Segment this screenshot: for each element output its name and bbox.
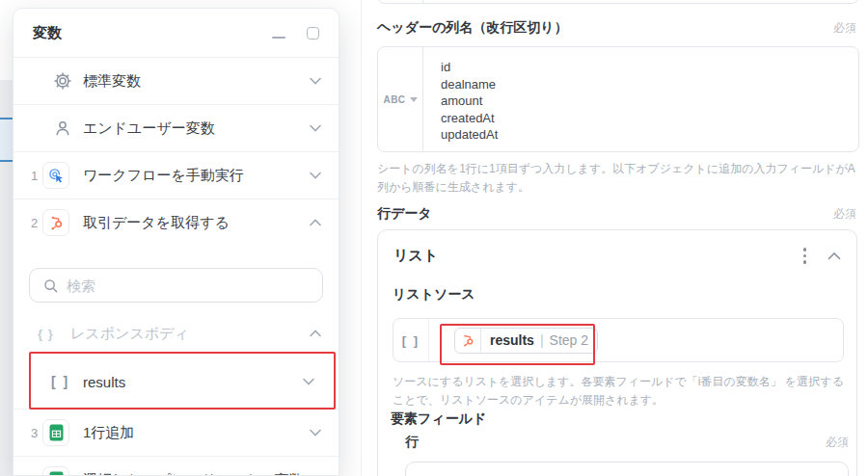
step-label: ワークフローを手動実行 bbox=[83, 167, 244, 185]
chevron-down-icon[interactable] bbox=[310, 77, 321, 85]
field-label-header-columns: ヘッダーの列名（改行区切り） bbox=[377, 19, 568, 37]
step-label: 取引データを取得する bbox=[83, 214, 230, 232]
step-number: 3 bbox=[31, 426, 42, 440]
variables-panel-header: 変数 bbox=[14, 9, 339, 57]
step-number: 1 bbox=[31, 169, 42, 183]
search-input[interactable] bbox=[67, 278, 309, 294]
header-columns-value[interactable]: id dealname amount createdAt updatedAt bbox=[423, 47, 507, 151]
step-2-get-deals[interactable]: 2 取引データを取得する bbox=[14, 199, 339, 246]
tree-item-label: results bbox=[83, 374, 125, 390]
inspector-panel: ヘッダーの列名（改行区切り） 必須 ABC id dealname amount… bbox=[361, 0, 868, 476]
array-token-icon: [ ] bbox=[393, 319, 429, 361]
tree-item-label: レスポンスボディ bbox=[70, 325, 189, 343]
list-source-label: リストソース bbox=[393, 286, 475, 304]
row-value-input[interactable] bbox=[405, 462, 849, 476]
list-source-field[interactable]: [ ] results | Step 2 bbox=[393, 318, 844, 362]
gear-icon bbox=[54, 72, 71, 90]
chip-step-reference: Step 2 bbox=[550, 332, 588, 348]
manual-trigger-icon bbox=[42, 162, 69, 189]
variable-search[interactable] bbox=[29, 268, 323, 303]
hubspot-icon bbox=[455, 329, 481, 353]
sheets-icon bbox=[42, 466, 69, 476]
row-field-label: 行 bbox=[405, 434, 419, 451]
step-1-manual-trigger[interactable]: 1 ワークフローを手動実行 bbox=[14, 152, 339, 198]
search-icon bbox=[43, 278, 58, 293]
caret-down-icon bbox=[410, 97, 418, 102]
required-badge: 必須 bbox=[833, 20, 856, 37]
element-fields-label: 要素フィールド bbox=[391, 410, 486, 428]
step-number: 2 bbox=[31, 216, 42, 230]
app-window: 変数 標準変数 bbox=[0, 0, 868, 476]
list-card: リスト リストソース [ ] bbox=[377, 229, 857, 476]
type-abc-label: ABC bbox=[383, 94, 405, 105]
hubspot-icon bbox=[42, 209, 69, 236]
group-label: エンドユーザー変数 bbox=[83, 119, 215, 138]
chevron-down-icon[interactable] bbox=[310, 429, 321, 436]
required-badge: 必須 bbox=[826, 435, 849, 451]
step-label: 1行追加 bbox=[83, 424, 134, 442]
step-clipped-row[interactable]: 選択したスプレッドシートの変数 bbox=[14, 457, 339, 476]
chevron-down-icon[interactable] bbox=[310, 124, 321, 132]
chevron-down-icon[interactable] bbox=[303, 378, 314, 385]
group-enduser-variables[interactable]: エンドユーザー変数 bbox=[14, 105, 339, 151]
group-label: 標準変数 bbox=[83, 72, 141, 91]
required-badge: 必須 bbox=[833, 206, 856, 223]
panel-title: 変数 bbox=[33, 24, 62, 42]
chip-separator: | bbox=[540, 332, 544, 348]
chevron-up-icon[interactable] bbox=[310, 330, 321, 337]
tree-item-response-body[interactable]: { } レスポンスボディ bbox=[14, 312, 339, 355]
step-label: 選択したスプレッドシートの変数 bbox=[83, 471, 304, 476]
field-type-prefix bbox=[378, 0, 423, 3]
tree-item-results[interactable]: [ ] results bbox=[14, 355, 339, 409]
sheets-icon bbox=[42, 419, 69, 446]
list-source-help-text: ソースにするリストを選択します。各要素フィールドで「i番目の変数名」 を選択する… bbox=[393, 373, 848, 410]
group-standard-variables[interactable]: 標準変数 bbox=[14, 58, 339, 104]
variables-panel: 変数 標準変数 bbox=[13, 8, 339, 476]
field-type-selector[interactable]: ABC bbox=[378, 47, 423, 151]
clipped-field-above bbox=[377, 0, 859, 4]
minimize-icon[interactable] bbox=[272, 37, 285, 39]
header-columns-textarea[interactable]: ABC id dealname amount createdAt updated… bbox=[377, 46, 859, 152]
kebab-menu-icon[interactable] bbox=[803, 248, 807, 264]
chevron-up-icon[interactable] bbox=[310, 219, 321, 226]
background-selected-step-edge bbox=[0, 118, 13, 162]
list-card-title: リスト bbox=[393, 247, 438, 265]
chip-variable-name: results bbox=[490, 332, 534, 348]
header-columns-help-text: シートの列名を1行に1項目ずつ入力します。以下オブジェクトに追加の入力フィールド… bbox=[377, 160, 866, 198]
array-token-icon: [ ] bbox=[51, 374, 70, 389]
chevron-down-icon[interactable] bbox=[310, 172, 321, 179]
object-token-icon: { } bbox=[38, 327, 59, 341]
variable-chip-results-step2[interactable]: results | Step 2 bbox=[454, 328, 598, 354]
maximize-icon[interactable] bbox=[307, 27, 319, 40]
field-label-row-data: 行データ bbox=[377, 205, 432, 223]
user-icon bbox=[54, 119, 71, 137]
chevron-up-icon[interactable] bbox=[827, 251, 841, 260]
step-3-add-row[interactable]: 3 1行追加 bbox=[14, 410, 339, 456]
